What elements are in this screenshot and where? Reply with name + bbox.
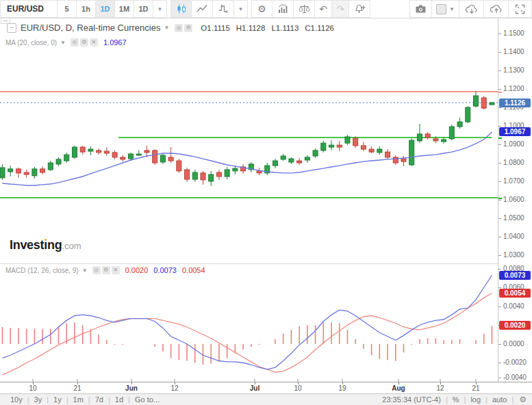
macd-line bbox=[3, 275, 492, 369]
macd-tick bbox=[498, 363, 501, 363]
color-swatch-icon bbox=[436, 4, 446, 14]
pane-separator[interactable] bbox=[0, 263, 532, 264]
range-1y-button[interactable]: 1y bbox=[49, 395, 66, 404]
range-1d-button[interactable]: 1d bbox=[110, 395, 128, 404]
candle-up bbox=[265, 163, 270, 175]
snapshot-button[interactable] bbox=[409, 0, 432, 18]
range-3y-button[interactable]: 3y bbox=[29, 395, 47, 404]
timeframe-1d-button[interactable]: 1D bbox=[96, 0, 115, 18]
candle-down bbox=[177, 159, 181, 173]
candle-body bbox=[345, 137, 350, 143]
step-chart-icon bbox=[218, 3, 229, 14]
candle-up bbox=[289, 157, 294, 164]
macd-remove-button[interactable]: ✕ bbox=[112, 266, 120, 274]
indicators-icon bbox=[277, 3, 288, 14]
fullscreen-button[interactable] bbox=[509, 0, 532, 18]
macd-plot[interactable] bbox=[0, 265, 498, 382]
candle-body bbox=[257, 171, 262, 173]
candle-body bbox=[321, 143, 326, 151]
timeframe-custom-button[interactable]: 1D bbox=[134, 0, 153, 18]
compare-button[interactable] bbox=[294, 0, 315, 18]
price-axis[interactable]: 1.15001.14001.13001.12001.11001.10001.09… bbox=[498, 18, 532, 382]
ma-visibility-button[interactable]: ◎ bbox=[71, 38, 79, 47]
open-value: O1.1115 bbox=[201, 24, 229, 32]
range-7d-button[interactable]: 7d bbox=[90, 395, 108, 404]
timeframe-1m-button[interactable]: 1M bbox=[115, 0, 134, 18]
candle-up bbox=[449, 125, 454, 140]
chevron-down-icon[interactable]: ▼ bbox=[82, 267, 88, 274]
redo-button[interactable]: ↷ bbox=[332, 0, 349, 18]
range-10y-button[interactable]: 10y bbox=[5, 395, 27, 404]
candle-body bbox=[48, 163, 53, 170]
ma-remove-button[interactable]: ✕ bbox=[90, 38, 98, 47]
candle-body bbox=[353, 138, 358, 146]
time-label: 12 bbox=[170, 384, 178, 392]
series-settings-button[interactable]: ⚙ bbox=[184, 24, 192, 32]
fullscreen-icon bbox=[515, 4, 525, 14]
price-tick-label: 1.0600 bbox=[503, 196, 524, 203]
clock-timezone-button[interactable]: 23:35:34 (UTC-4) bbox=[377, 395, 446, 404]
candle-body bbox=[153, 151, 157, 163]
ma-price-badge: 1.0967 bbox=[499, 127, 531, 136]
timeframe-5m-button[interactable]: 5 bbox=[58, 0, 77, 18]
macd-tick-label: 0.0040 bbox=[503, 302, 524, 310]
candle-body bbox=[337, 145, 342, 147]
visibility-toggle-button[interactable]: ◎ bbox=[175, 24, 183, 32]
price-tick-label: 1.0700 bbox=[503, 177, 524, 185]
chart-settings-button[interactable]: ⚙ bbox=[251, 0, 273, 18]
save-chart-button[interactable] bbox=[484, 0, 509, 18]
log-scale-button[interactable]: log bbox=[466, 395, 485, 404]
ma-settings-button[interactable]: ⚙ bbox=[80, 38, 88, 47]
candlestick-chart-button[interactable] bbox=[170, 0, 192, 18]
background-color-button[interactable]: ▼ bbox=[432, 0, 459, 18]
timeframe-dropdown[interactable]: ▼ bbox=[153, 0, 167, 18]
macd-settings-button[interactable]: ⚙ bbox=[102, 266, 110, 274]
candle-down bbox=[481, 96, 486, 109]
timeframe-1h-button[interactable]: 1h bbox=[77, 0, 96, 18]
price-tick-label: 1.0800 bbox=[503, 159, 524, 166]
candle-down bbox=[24, 170, 29, 178]
time-label: 12 bbox=[436, 384, 444, 392]
investing-logo: Investıng.com bbox=[10, 238, 81, 252]
add-alert-button[interactable] bbox=[349, 0, 370, 18]
goto-button[interactable]: Go to... bbox=[130, 395, 164, 404]
candle-down bbox=[16, 168, 21, 178]
candle-up bbox=[273, 159, 277, 168]
ma-current-value: 1.0967 bbox=[103, 38, 127, 47]
indicators-button[interactable] bbox=[273, 0, 294, 18]
chevron-down-icon: ▼ bbox=[449, 6, 455, 12]
load-chart-button[interactable] bbox=[459, 0, 484, 18]
gear-icon[interactable]: ⚙ bbox=[514, 395, 527, 404]
macd-visibility-button[interactable]: ◎ bbox=[92, 266, 101, 274]
line-chart-button[interactable] bbox=[192, 0, 213, 18]
chart-type-dropdown[interactable]: ▼ bbox=[234, 0, 248, 18]
price-tick bbox=[498, 163, 501, 164]
chart-application: EUR/USD 5 1h 1D 1M 1D ▼ bbox=[0, 0, 532, 405]
candle-up bbox=[409, 138, 414, 166]
macd-macd-badge: 0.0073 bbox=[499, 271, 531, 280]
candle-body bbox=[144, 151, 149, 153]
symbol-button[interactable]: EUR/USD bbox=[0, 0, 58, 18]
step-chart-button[interactable] bbox=[213, 0, 234, 18]
auto-scale-button[interactable]: auto bbox=[487, 395, 511, 404]
chart-title: EUR/USD, D, Real-time Currencies bbox=[21, 23, 160, 33]
collapse-pane-button[interactable]: − bbox=[7, 23, 16, 33]
range-1m-button[interactable]: 1m bbox=[68, 395, 88, 404]
time-label: 10 bbox=[29, 384, 36, 392]
price-chart-plot[interactable] bbox=[0, 18, 498, 263]
undo-button[interactable]: ↶ bbox=[315, 0, 332, 18]
ma-label: MA (20, close, 0) bbox=[5, 39, 57, 47]
time-axis[interactable]: 1021Jun12Jul1019Aug1221 bbox=[0, 382, 532, 393]
chevron-down-icon[interactable]: ▼ bbox=[164, 25, 169, 31]
candle-body bbox=[433, 139, 438, 141]
redo-icon: ↷ bbox=[336, 4, 344, 14]
cloud-upload-icon bbox=[490, 3, 503, 14]
percent-scale-button[interactable]: % bbox=[448, 395, 464, 404]
macd-hist-badge: 0.0020 bbox=[499, 321, 531, 330]
chevron-down-icon[interactable]: ▼ bbox=[60, 40, 66, 46]
top-toolbar: EUR/USD 5 1h 1D 1M 1D ▼ bbox=[0, 0, 532, 18]
chevron-down-icon: ▼ bbox=[157, 6, 163, 12]
level-axis-mark bbox=[498, 138, 502, 139]
candle-body bbox=[457, 122, 462, 127]
price-tick bbox=[498, 255, 501, 256]
